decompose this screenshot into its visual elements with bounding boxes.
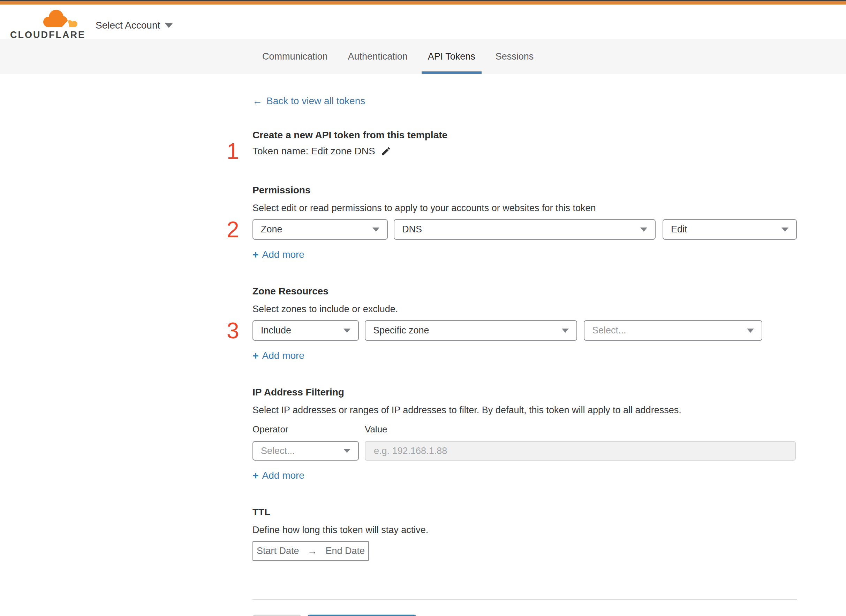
cloudflare-cloud-icon [41, 7, 78, 29]
zone-resources-add-more-link[interactable]: + Add more [253, 350, 305, 362]
back-link-label: Back to view all tokens [266, 95, 365, 107]
ttl-description: Define how long this token will stay act… [253, 525, 797, 535]
edit-pencil-icon[interactable] [381, 146, 391, 157]
ip-value-input[interactable] [365, 441, 796, 461]
range-arrow-icon: → [307, 546, 317, 557]
cancel-button[interactable]: Cancel [253, 615, 301, 616]
tab-authentication[interactable]: Authentication [342, 39, 414, 74]
chevron-down-icon [343, 329, 350, 333]
chevron-down-icon [640, 227, 647, 232]
ip-filtering-description: Select IP addresses or ranges of IP addr… [253, 405, 797, 416]
chevron-down-icon [343, 449, 350, 453]
plus-icon: + [253, 350, 259, 362]
ip-filtering-row: Select... [253, 441, 797, 461]
back-arrow-icon: ← [253, 95, 262, 107]
account-selector-label: Select Account [96, 20, 160, 31]
ip-field-labels: Operator Value [253, 424, 797, 435]
permissions-add-more-link[interactable]: + Add more [253, 249, 305, 261]
chevron-down-icon [372, 227, 380, 232]
footer-actions: Cancel Continue to summary [253, 615, 797, 616]
plus-icon: + [253, 249, 259, 261]
account-selector[interactable]: Select Account [96, 20, 173, 31]
start-date-label: Start Date [257, 546, 299, 556]
token-name-row: 1 Token name: Edit zone DNS [253, 146, 797, 157]
ip-filtering-section: IP Address Filtering Select IP addresses… [253, 387, 797, 481]
page-title: Create a new API token from this templat… [253, 130, 797, 141]
chevron-down-icon [562, 329, 569, 333]
step-number-1: 1 [227, 140, 239, 162]
operator-label: Operator [253, 424, 365, 435]
tab-api-tokens[interactable]: API Tokens [422, 39, 481, 74]
zone-resources-row: 3 Include Specific zone Select... [253, 320, 797, 341]
permissions-section: Permissions Select edit or read permissi… [253, 185, 797, 261]
zone-select[interactable]: Select... [584, 320, 762, 341]
chevron-down-icon [781, 227, 789, 232]
zone-resources-title: Zone Resources [253, 286, 797, 297]
tab-sessions[interactable]: Sessions [489, 39, 540, 74]
ip-operator-select[interactable]: Select... [253, 441, 359, 461]
permission-scope-select[interactable]: Zone [253, 219, 388, 240]
chevron-down-icon [747, 329, 754, 333]
brand-top-bar [0, 1, 846, 4]
tab-bar: Communication Authentication API Tokens … [0, 39, 846, 74]
footer-divider [253, 599, 797, 600]
continue-button[interactable]: Continue to summary [307, 615, 416, 616]
zone-type-select[interactable]: Specific zone [365, 320, 577, 341]
ip-filtering-title: IP Address Filtering [253, 387, 797, 398]
ttl-section: TTL Define how long this token will stay… [253, 507, 797, 561]
plus-icon: + [253, 470, 259, 481]
ttl-title: TTL [253, 507, 797, 518]
value-label: Value [365, 424, 387, 435]
end-date-label: End Date [325, 546, 365, 556]
zone-resources-section: Zone Resources Select zones to include o… [253, 286, 797, 362]
permissions-row: 2 Zone DNS Edit [253, 219, 797, 240]
cloudflare-logo: CLOUDFLARE [10, 7, 80, 40]
permission-service-select[interactable]: DNS [394, 219, 656, 240]
ttl-date-range[interactable]: Start Date → End Date [253, 541, 369, 561]
main-content: ← Back to view all tokens Create a new A… [253, 74, 797, 616]
chevron-down-icon [165, 23, 173, 28]
step-number-2: 2 [227, 219, 239, 241]
tab-communication[interactable]: Communication [256, 39, 334, 74]
step-number-3: 3 [227, 320, 239, 342]
zone-resources-description: Select zones to include or exclude. [253, 304, 797, 315]
ip-filtering-add-more-link[interactable]: + Add more [253, 470, 305, 481]
token-name-label: Token name: Edit zone DNS [253, 146, 375, 157]
permissions-description: Select edit or read permissions to apply… [253, 203, 797, 214]
permissions-title: Permissions [253, 185, 797, 196]
back-link[interactable]: ← Back to view all tokens [253, 95, 365, 107]
header: CLOUDFLARE Select Account [0, 4, 846, 39]
zone-include-select[interactable]: Include [253, 320, 359, 341]
permission-access-select[interactable]: Edit [662, 219, 797, 240]
